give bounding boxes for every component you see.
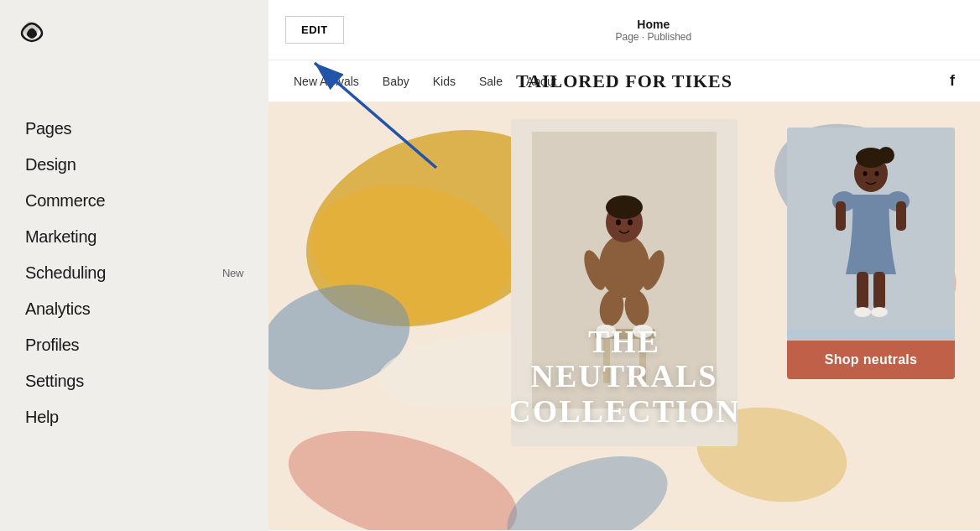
sidebar-item-marketing[interactable]: Marketing xyxy=(0,219,268,255)
svg-point-38 xyxy=(871,307,888,317)
top-bar: EDIT Home Page · Published xyxy=(268,0,980,60)
squarespace-logo-icon xyxy=(17,15,47,45)
sidebar-item-badge: New xyxy=(222,267,243,279)
sidebar-item-label: Commerce xyxy=(25,191,105,211)
sidebar-item-label: Design xyxy=(25,155,76,174)
hero-headline-line2: NEUTRALS xyxy=(511,359,738,394)
edit-button[interactable]: EDIT xyxy=(285,16,344,44)
sidebar-item-label: Marketing xyxy=(25,227,96,247)
main-content: EDIT Home Page · Published New Arrivals … xyxy=(268,0,980,531)
svg-rect-33 xyxy=(836,201,846,231)
sidebar-item-commerce[interactable]: Commerce xyxy=(0,183,268,219)
hero-headline-line3: COLLECTION xyxy=(511,394,738,429)
site-navigation: New Arrivals Baby Kids Sale About TAILOR… xyxy=(268,60,980,102)
website-preview: New Arrivals Baby Kids Sale About TAILOR… xyxy=(268,60,980,531)
nav-link-sale[interactable]: Sale xyxy=(479,75,503,88)
svg-point-16 xyxy=(606,195,643,219)
sidebar-item-label: Pages xyxy=(25,119,71,138)
svg-rect-34 xyxy=(896,201,906,231)
svg-point-28 xyxy=(878,147,894,164)
sidebar: PagesDesignCommerceMarketingSchedulingNe… xyxy=(0,0,268,531)
sidebar-item-scheduling[interactable]: SchedulingNew xyxy=(0,255,268,291)
hero-center-card: THE NEUTRALS COLLECTION xyxy=(511,119,738,446)
shop-neutrals-button[interactable]: Shop neutrals xyxy=(787,341,955,379)
page-status: Page · Published xyxy=(615,31,691,43)
sidebar-navigation: PagesDesignCommerceMarketingSchedulingNe… xyxy=(0,60,268,435)
hero-right-card: Shop neutrals xyxy=(787,128,955,379)
sidebar-item-analytics[interactable]: Analytics xyxy=(0,291,268,327)
sidebar-item-label: Scheduling xyxy=(25,263,106,283)
svg-point-14 xyxy=(599,234,649,298)
sidebar-item-design[interactable]: Design xyxy=(0,147,268,183)
nav-link-new-arrivals[interactable]: New Arrivals xyxy=(294,75,359,88)
sidebar-item-pages[interactable]: Pages xyxy=(0,111,268,147)
svg-point-7 xyxy=(276,409,529,530)
nav-link-kids[interactable]: Kids xyxy=(433,75,456,88)
svg-point-37 xyxy=(854,307,871,317)
right-card-image xyxy=(787,128,955,341)
sidebar-item-profiles[interactable]: Profiles xyxy=(0,327,268,363)
hero-area: THE NEUTRALS COLLECTION xyxy=(268,102,980,530)
facebook-icon[interactable]: f xyxy=(950,72,955,90)
sidebar-item-label: Help xyxy=(25,408,59,427)
svg-point-8 xyxy=(494,437,680,530)
page-name: Home xyxy=(615,18,691,31)
girl-figure xyxy=(787,128,955,329)
site-brand: TAILORED FOR TIKES xyxy=(516,70,732,92)
svg-point-17 xyxy=(616,220,621,226)
sidebar-item-label: Profiles xyxy=(25,336,79,355)
sidebar-item-label: Analytics xyxy=(25,299,90,319)
sidebar-item-label: Settings xyxy=(25,372,84,391)
svg-point-18 xyxy=(628,220,633,226)
svg-point-30 xyxy=(875,171,879,176)
sidebar-item-settings[interactable]: Settings xyxy=(0,363,268,399)
svg-rect-36 xyxy=(873,272,885,310)
sidebar-logo-area xyxy=(0,0,268,60)
svg-rect-35 xyxy=(857,272,868,310)
svg-point-29 xyxy=(863,171,868,176)
sidebar-item-help[interactable]: Help xyxy=(0,399,268,435)
nav-link-baby[interactable]: Baby xyxy=(383,75,409,88)
hero-headline-line1: THE xyxy=(511,325,738,360)
page-info: Home Page · Published xyxy=(615,18,691,43)
